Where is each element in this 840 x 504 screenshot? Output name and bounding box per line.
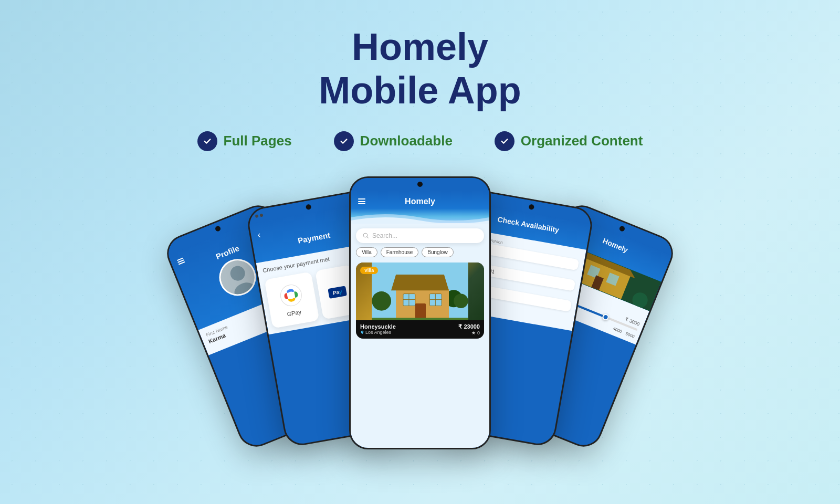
search-placeholder: Search... [372, 232, 397, 239]
pill-bunglow[interactable]: Bunglow [422, 247, 453, 257]
property-rating: ★ 0 [458, 330, 480, 335]
property-name: Honeysuckle [360, 323, 396, 330]
filter-camera-notch [618, 225, 625, 232]
check-icon-downloadable [334, 131, 354, 151]
phone-center-homely: Homely Searc [349, 176, 491, 449]
camera-notch [215, 225, 222, 232]
search-bar[interactable]: Search... [356, 228, 484, 243]
feature-full-pages: Full Pages [197, 131, 292, 151]
camera-notch-payment [306, 204, 312, 210]
property-card[interactable]: Villa Honeysuckle Los Angeles [356, 262, 484, 339]
avail-camera-notch [529, 204, 535, 210]
svg-marker-11 [391, 275, 449, 290]
svg-rect-19 [372, 318, 468, 320]
svg-rect-18 [415, 303, 426, 320]
property-info: Honeysuckle Los Angeles ₹ 23000 ★ 0 [356, 320, 484, 339]
hamburger-icon [358, 198, 365, 204]
page-title: Homely Mobile App [319, 25, 521, 112]
center-camera-notch [417, 182, 423, 187]
back-arrow-icon: ‹ [257, 229, 262, 241]
svg-point-9 [454, 293, 468, 308]
pill-villa[interactable]: Villa [356, 247, 377, 257]
property-location: Los Angeles [360, 330, 396, 335]
slider-label-5000: 5000 [625, 331, 635, 339]
gpay-logo [278, 282, 304, 309]
svg-point-7 [372, 291, 391, 311]
phones-container: Profile First Name Karma [184, 176, 656, 455]
feature-organized-content: Organized Content [495, 131, 643, 151]
feature-label-organized-content: Organized Content [521, 133, 643, 149]
property-image: Villa [356, 262, 484, 320]
payment-card-gpay: GPay [264, 271, 319, 328]
search-icon [362, 232, 369, 239]
feature-label-full-pages: Full Pages [224, 133, 292, 149]
gpay-label: GPay [287, 308, 302, 317]
villa-badge: Villa [360, 267, 378, 274]
main-content: Homely Mobile App Full Pages Downloadabl… [0, 0, 840, 455]
pill-farmhouse[interactable]: Farmhouse [381, 247, 419, 257]
features-row: Full Pages Downloadable Organized Conten… [197, 131, 643, 151]
center-phone-title: Homely [405, 197, 435, 206]
category-pills: Villa Farmhouse Bunglow [356, 247, 484, 257]
feature-downloadable: Downloadable [334, 131, 453, 151]
check-icon-organized-content [495, 131, 514, 151]
feature-label-downloadable: Downloadable [360, 133, 453, 149]
slider-label-4000: 4000 [612, 326, 623, 334]
check-icon-full-pages [197, 131, 217, 151]
property-price: ₹ 23000 [458, 323, 480, 330]
